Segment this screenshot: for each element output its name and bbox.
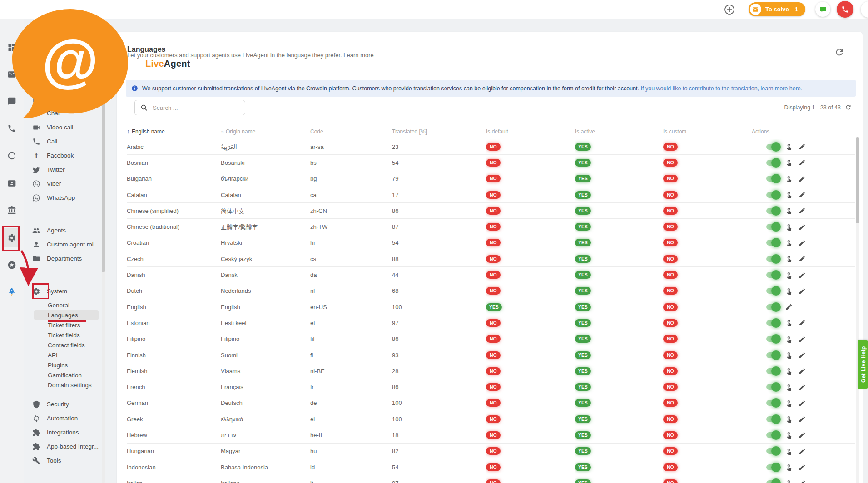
column-header-is-default[interactable]: Is default: [486, 126, 575, 138]
edit-icon[interactable]: [799, 143, 806, 150]
add-new-icon[interactable]: [724, 4, 735, 15]
active-toggle[interactable]: [766, 400, 779, 406]
call-status-button[interactable]: [837, 1, 853, 18]
active-toggle[interactable]: [766, 464, 779, 470]
column-header-actions[interactable]: Actions: [752, 126, 855, 138]
banner-link[interactable]: If you would like to contribute to the t…: [641, 85, 803, 92]
rail-item-contacts[interactable]: [3, 174, 20, 193]
active-toggle[interactable]: [766, 160, 779, 166]
active-toggle[interactable]: [766, 416, 779, 422]
table-scrollbar[interactable]: [856, 137, 859, 483]
set-default-icon[interactable]: [785, 431, 793, 439]
set-default-icon[interactable]: [785, 399, 793, 407]
edit-icon[interactable]: [799, 223, 806, 231]
set-default-icon[interactable]: [785, 463, 793, 471]
active-toggle[interactable]: [766, 480, 779, 483]
column-header-origin-name[interactable]: ↑↓Origin name: [221, 126, 310, 138]
set-default-icon[interactable]: [785, 223, 793, 231]
set-default-icon[interactable]: [785, 335, 793, 343]
rail-item-time[interactable]: [3, 146, 20, 165]
edit-icon[interactable]: [799, 479, 806, 483]
set-default-icon[interactable]: [785, 271, 793, 279]
set-default-icon[interactable]: [785, 287, 793, 295]
rail-item-company[interactable]: [3, 201, 20, 220]
edit-icon[interactable]: [799, 399, 806, 407]
set-default-icon[interactable]: [785, 479, 793, 483]
set-default-icon[interactable]: [785, 239, 793, 246]
liveagent-logo[interactable]: @ LiveAgent: [5, 2, 190, 125]
sidebar-item-languages[interactable]: Languages: [34, 310, 99, 320]
active-toggle[interactable]: [766, 144, 779, 150]
set-default-icon[interactable]: [785, 319, 793, 326]
learn-more-link[interactable]: Learn more: [343, 52, 373, 59]
edit-icon[interactable]: [799, 287, 806, 295]
active-toggle[interactable]: [766, 192, 779, 198]
table-row-estonian: EstonianEesti keelet97NOYESNO: [127, 315, 855, 331]
edit-icon[interactable]: [799, 191, 806, 198]
set-default-icon[interactable]: [785, 367, 793, 375]
status-badge: YES: [575, 287, 591, 295]
column-header-is-active[interactable]: Is active: [575, 126, 663, 138]
set-default-icon[interactable]: [785, 351, 793, 359]
edit-icon[interactable]: [799, 448, 806, 455]
active-toggle[interactable]: [766, 352, 779, 358]
active-toggle[interactable]: [766, 320, 779, 326]
active-toggle[interactable]: [766, 304, 779, 310]
refresh-icon[interactable]: [845, 104, 852, 111]
set-default-icon[interactable]: [785, 143, 793, 150]
edit-icon[interactable]: [799, 239, 806, 246]
column-header-code[interactable]: Code: [310, 126, 392, 138]
toggle-knob: [771, 334, 781, 344]
edit-icon[interactable]: [799, 271, 806, 279]
active-toggle[interactable]: [766, 288, 779, 294]
rail-item-getting-started[interactable]: [3, 282, 20, 301]
edit-icon[interactable]: [799, 255, 806, 262]
edit-icon[interactable]: [799, 367, 806, 375]
set-default-icon[interactable]: [785, 415, 793, 423]
active-toggle[interactable]: [766, 256, 779, 262]
edit-icon[interactable]: [799, 335, 806, 343]
edit-icon[interactable]: [799, 415, 806, 423]
edit-icon[interactable]: [799, 319, 806, 326]
active-toggle[interactable]: [766, 384, 779, 390]
status-badge: NO: [663, 223, 678, 231]
set-default-icon[interactable]: [785, 207, 793, 214]
active-toggle[interactable]: [766, 224, 779, 230]
edit-icon[interactable]: [785, 303, 793, 310]
active-toggle[interactable]: [766, 272, 779, 278]
edit-icon[interactable]: [799, 351, 806, 359]
active-toggle[interactable]: [766, 208, 779, 214]
edit-icon[interactable]: [799, 463, 806, 471]
get-live-help-tab[interactable]: Get Live Help: [858, 340, 868, 389]
active-toggle[interactable]: [766, 368, 779, 374]
column-header-is-custom[interactable]: Is custom: [663, 126, 752, 138]
set-default-icon[interactable]: [785, 175, 793, 182]
chat-status-button[interactable]: [815, 2, 830, 17]
set-default-icon[interactable]: [785, 448, 793, 455]
active-toggle[interactable]: [766, 432, 779, 438]
set-default-icon[interactable]: [785, 191, 793, 198]
edit-icon[interactable]: [799, 431, 806, 439]
edit-icon[interactable]: [799, 207, 806, 214]
active-toggle[interactable]: [766, 176, 779, 182]
set-default-icon[interactable]: [785, 255, 793, 262]
active-toggle[interactable]: [766, 336, 779, 342]
rail-item-quality[interactable]: [3, 256, 20, 275]
profile-button[interactable]: [861, 1, 868, 18]
set-default-icon[interactable]: [785, 384, 793, 391]
sync-icon: [32, 414, 40, 423]
to-solve-button[interactable]: To solve 1: [749, 2, 805, 16]
table-scrollbar-thumb[interactable]: [856, 137, 859, 223]
paging: Displaying 1 - 23 of 43: [784, 104, 852, 111]
edit-icon[interactable]: [799, 159, 806, 166]
column-header-english-name[interactable]: ↑English name: [127, 126, 221, 138]
set-default-icon[interactable]: [785, 159, 793, 166]
column-header-translated[interactable]: Translated [%]: [392, 126, 486, 138]
rail-item-configuration[interactable]: [3, 228, 20, 247]
status-badge: NO: [486, 223, 501, 231]
edit-icon[interactable]: [799, 384, 806, 391]
refresh-icon[interactable]: [834, 47, 844, 57]
edit-icon[interactable]: [799, 175, 806, 182]
active-toggle[interactable]: [766, 448, 779, 454]
active-toggle[interactable]: [766, 240, 779, 246]
